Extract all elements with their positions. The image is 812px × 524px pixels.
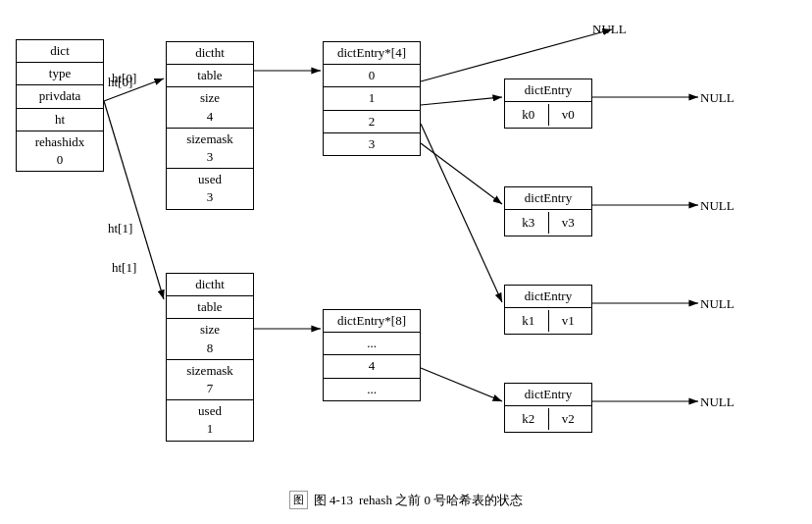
dict-cell-rehashidx: rehashidx0 [17, 131, 103, 171]
ht1-text: ht[1] [112, 260, 136, 276]
dictht-top-size: size4 [167, 87, 253, 128]
array-bottom-header: dictEntry*[8] [324, 310, 420, 333]
entry-2-kv: k2 v2 [505, 406, 591, 432]
null-1-label: NULL [700, 296, 735, 312]
entry-1-header: dictEntry [505, 286, 591, 308]
array-top-header: dictEntry*[4] [324, 42, 420, 65]
dictht-bottom-size: size8 [167, 319, 253, 359]
dictht-bottom-used: used1 [167, 400, 253, 440]
entry-3-k: k3 [509, 212, 549, 234]
diagram: dict type privdata ht rehashidx0 ht[0] h… [14, 20, 798, 481]
svg-line-6 [421, 97, 502, 105]
entry-0-k: k0 [509, 104, 549, 126]
entry-3-box: dictEntry k3 v3 [504, 186, 592, 236]
dictht-top-table: table [167, 65, 253, 87]
entry-3-header: dictEntry [505, 187, 591, 210]
dict-box: dict type privdata ht rehashidx0 [16, 39, 104, 172]
entry-1-k: k1 [509, 310, 549, 332]
dictht-top-sizemask: sizemask3 [167, 129, 253, 169]
svg-line-5 [421, 29, 612, 81]
null-top-label: NULL [592, 22, 627, 37]
array-top-3: 3 [324, 133, 420, 155]
array-top-0: 0 [324, 65, 420, 87]
null-2-label: NULL [700, 394, 735, 410]
caption-icon: 图 [289, 491, 308, 509]
entry-0-v: v0 [549, 104, 588, 126]
array-bottom-dots2: ... [324, 379, 420, 400]
entry-2-header: dictEntry [505, 384, 591, 406]
entry-2-v: v2 [549, 408, 588, 430]
array-bottom-dots1: ... [324, 333, 420, 355]
ht1-label: ht[1] [108, 221, 132, 236]
dictht-bottom-box: dictht table size8 sizemask7 used1 [166, 273, 254, 442]
array-top-box: dictEntry*[4] 0 1 2 3 [323, 41, 421, 156]
entry-3-v: v3 [549, 212, 588, 234]
dict-cell-ht: ht [17, 109, 103, 131]
caption: 图 图 4-13 rehash 之前 0 号哈希表的状态 [289, 491, 523, 509]
entry-0-kv: k0 v0 [505, 102, 591, 128]
entry-1-box: dictEntry k1 v1 [504, 285, 592, 335]
array-bottom-box: dictEntry*[8] ... 4 ... [323, 309, 421, 401]
entry-1-kv: k1 v1 [505, 308, 591, 334]
ht0-text: ht[0] [112, 71, 136, 86]
dictht-bottom-table: table [167, 296, 253, 319]
svg-line-7 [421, 124, 502, 302]
dictht-top-header: dictht [167, 42, 253, 65]
dictht-top-box: dictht table size4 sizemask3 used3 [166, 41, 254, 210]
entry-0-box: dictEntry k0 v0 [504, 79, 592, 129]
entry-2-k: k2 [509, 408, 549, 430]
svg-line-13 [421, 368, 502, 401]
entry-3-kv: k3 v3 [505, 210, 591, 236]
array-top-2: 2 [324, 111, 420, 133]
dictht-bottom-sizemask: sizemask7 [167, 360, 253, 400]
caption-prefix: 图 4-13 [314, 492, 353, 509]
array-top-1: 1 [324, 87, 420, 110]
dictht-bottom-header: dictht [167, 274, 253, 296]
dict-cell-privdata: privdata [17, 85, 103, 108]
entry-1-v: v1 [549, 310, 588, 332]
array-bottom-4: 4 [324, 355, 420, 378]
entry-2-box: dictEntry k2 v2 [504, 383, 592, 433]
dict-cell-type: type [17, 63, 103, 85]
dict-cell-dict: dict [17, 40, 103, 63]
null-0-label: NULL [700, 90, 735, 106]
entry-0-header: dictEntry [505, 79, 591, 102]
null-3-label: NULL [700, 198, 735, 214]
dictht-top-used: used3 [167, 169, 253, 208]
caption-text: rehash 之前 0 号哈希表的状态 [359, 492, 523, 509]
svg-line-8 [421, 143, 502, 204]
